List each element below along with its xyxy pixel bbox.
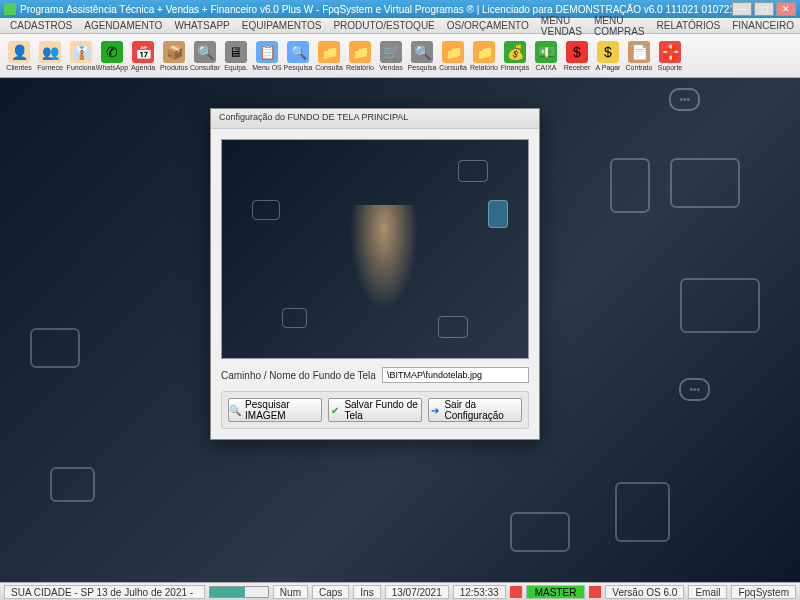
path-input[interactable] [382,367,529,383]
toolbar-contrato[interactable]: 📄Contrato [624,40,654,72]
toolbar-icon: 📄 [628,41,650,63]
toolbar-equipa[interactable]: 🖥Equipa. [221,40,251,72]
menu-equipamentos[interactable]: EQUIPAMENTOS [236,20,328,31]
status-date: 13/07/2021 [385,585,449,599]
device-icon [30,328,80,368]
toolbar-label: Vendas [379,64,402,71]
path-label: Caminho / Nome do Fundo de Tela [221,370,376,381]
close-button[interactable]: ✕ [776,2,796,16]
device-icon [50,467,95,502]
chat-bubble-icon: ••• [669,88,700,111]
menu-produto[interactable]: PRODUTO/ESTOQUE [327,20,440,31]
check-icon: ✔ [329,403,340,417]
toolbar-icon: 💵 [535,41,557,63]
menu-agendamento[interactable]: AGENDAMENTO [78,20,168,31]
server-icon [610,158,650,213]
preview-device-icon [282,308,307,328]
toolbar-icon: 📅 [132,41,154,63]
toolbar-whatsapp[interactable]: ✆WhatsApp [97,40,127,72]
toolbar-icon: 👤 [8,41,30,63]
save-background-button[interactable]: ✔ Salvar Fundo de Tela [328,398,422,422]
status-user: MASTER [526,585,586,599]
statusbar: SUA CIDADE - SP 13 de Julho de 2021 - Te… [0,582,800,600]
app-icon [4,3,16,15]
toolbar-label: Fornece [37,64,63,71]
toolbar-consulta[interactable]: 📁Consulta [314,40,344,72]
toolbar-icon: 👔 [70,41,92,63]
toolbar-icon: 🔍 [411,41,433,63]
status-email[interactable]: Email [688,585,727,599]
toolbar-label: Clientes [6,64,31,71]
toolbar-icon: 📁 [318,41,340,63]
device-icon [670,158,740,208]
toolbar-consulta[interactable]: 📁Consulta [438,40,468,72]
toolbar-receber[interactable]: $Receber [562,40,592,72]
toolbar-label: A Pagar [596,64,621,71]
window-title: Programa Assistência Técnica + Vendas + … [20,4,732,15]
preview-device-icon [252,200,280,220]
toolbar-icon: 📋 [256,41,278,63]
toolbar-suporte[interactable]: 🛟Suporte [655,40,685,72]
preview-hand-image [344,205,424,325]
magnifier-icon: 🔍 [229,403,241,417]
arrow-right-icon: ➔ [429,403,440,417]
preview-device-icon [438,316,468,338]
menu-relatorios[interactable]: RELATÓRIOS [651,20,727,31]
toolbar-label: CAIXA [535,64,556,71]
toolbar-menuos[interactable]: 📋Menu OS [252,40,282,72]
menu-compras[interactable]: MENU COMPRAS [588,15,651,37]
search-button-label: Pesquisar IMAGEM [245,399,321,421]
status-location-date: SUA CIDADE - SP 13 de Julho de 2021 - Te… [4,585,205,599]
toolbar-label: Finanças [501,64,529,71]
toolbar-clientes[interactable]: 👤Clientes [4,40,34,72]
toolbar-icon: ✆ [101,41,123,63]
toolbar-icon: 📁 [442,41,464,63]
status-brand[interactable]: FpqSystem [731,585,796,599]
toolbar-pesquisa[interactable]: 🔍Pesquisa [407,40,437,72]
minimize-button[interactable]: — [732,2,752,16]
toolbar-fornece[interactable]: 👥Fornece [35,40,65,72]
toolbar-label: Pesquisa [408,64,437,71]
toolbar-icon: 🔍 [194,41,216,63]
workspace: ••• ••• Configuração do FUNDO DE TELA PR… [0,78,800,582]
toolbar-relatrio[interactable]: 📁Relatório [469,40,499,72]
search-image-button[interactable]: 🔍 Pesquisar IMAGEM [228,398,322,422]
toolbar-label: Agenda [131,64,155,71]
toolbar-vendas[interactable]: 🛒Vendas [376,40,406,72]
toolbar-agenda[interactable]: 📅Agenda [128,40,158,72]
menu-financeiro[interactable]: FINANCEIRO [726,20,800,31]
status-ins: Ins [353,585,380,599]
toolbar-label: WhatsApp [96,64,128,71]
toolbar-icon: 🛒 [380,41,402,63]
toolbar-label: Produtos [160,64,188,71]
toolbar-icon: 📁 [349,41,371,63]
menu-cadastros[interactable]: CADASTROS [4,20,78,31]
toolbar-produtos[interactable]: 📦Produtos [159,40,189,72]
toolbar-label: Funciona [67,64,96,71]
toolbar-pesquisa[interactable]: 🔍Pesquisa [283,40,313,72]
toolbar-caixa[interactable]: 💵CAIXA [531,40,561,72]
exit-config-button[interactable]: ➔ Sair da Configuração [428,398,522,422]
status-num: Num [273,585,308,599]
toolbar-label: Pesquisa [284,64,313,71]
toolbar-label: Relatório [470,64,498,71]
toolbar-finanas[interactable]: 💰Finanças [500,40,530,72]
toolbar-icon: 💰 [504,41,526,63]
toolbar-icon: 🛟 [659,41,681,63]
toolbar-icon: 👥 [39,41,61,63]
maximize-button[interactable]: ◻ [754,2,774,16]
menu-whatsapp[interactable]: WHATSAPP [168,20,235,31]
toolbar-label: Relatório [346,64,374,71]
menu-os[interactable]: OS/ORÇAMENTO [441,20,535,31]
toolbar-consultar[interactable]: 🔍Consultar [190,40,220,72]
titlebar: Programa Assistência Técnica + Vendas + … [0,0,800,18]
status-version: Versão OS 6.0 [605,585,684,599]
toolbar-funciona[interactable]: 👔Funciona [66,40,96,72]
menu-vendas[interactable]: MENU VENDAS [535,15,588,37]
toolbar-relatrio[interactable]: 📁Relatório [345,40,375,72]
status-indicator-icon [510,586,522,598]
toolbar-label: Consulta [315,64,343,71]
toolbar-icon: 📁 [473,41,495,63]
dialog-title: Configuração do FUNDO DE TELA PRINCIPAL [211,109,539,129]
toolbar-apagar[interactable]: $A Pagar [593,40,623,72]
